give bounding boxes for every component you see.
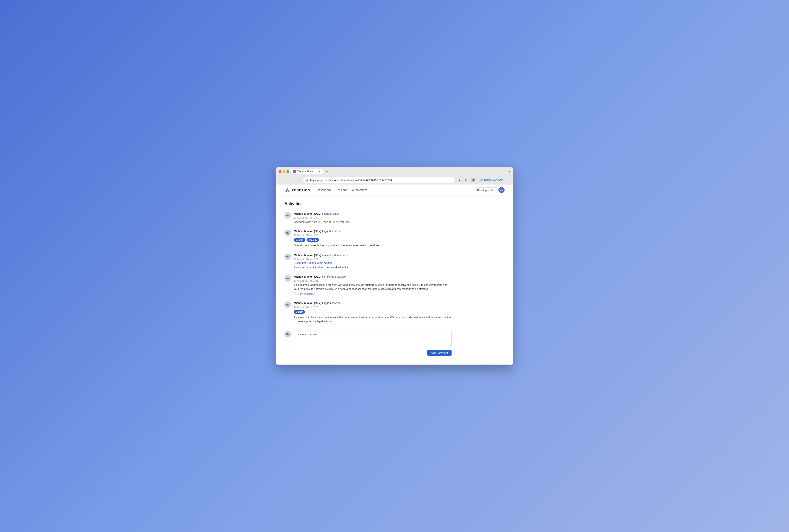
activity-time: 13 August 2024 at 19:29: [294, 258, 452, 261]
tag-tonality: Tonality: [307, 238, 319, 242]
page-content: ZENETICS Dashboard Sessions Applications…: [276, 185, 513, 364]
activity-item: MM Michael Muckel (DEV) flagged session …: [284, 229, 452, 247]
url-input[interactable]: [310, 178, 452, 182]
activity-item: MM Michael Muckel (DEV) flagged session …: [284, 301, 452, 323]
state-in-progress-label: In Progress: [336, 221, 350, 224]
active-tab[interactable]: Zenetics Portal ✕: [291, 169, 323, 174]
activity-item: MM Michael Muckel (DEV) changed state 13…: [284, 212, 452, 224]
info-icon-button[interactable]: ℹ: [456, 177, 462, 183]
add-comment-button[interactable]: Add Comment: [427, 350, 452, 356]
browser-window: Zenetics Portal ✕ + ▾ ← → ↺ ℹ ⧉ M: [276, 167, 513, 365]
nav-right: Development ▾ MM: [475, 187, 505, 193]
nav-link-sessions[interactable]: Sessions: [336, 188, 347, 192]
activity-header: Michael Muckel (DEV) marked text in sess…: [294, 253, 452, 257]
activity-header: Michael Muckel (DEV) changed state: [294, 212, 452, 215]
user-avatar-nav[interactable]: MM: [499, 187, 505, 193]
activity-action: completed evaluation: [322, 275, 347, 278]
view-evaluation-link[interactable]: 📄 View evaluation: [294, 292, 452, 295]
comment-textarea[interactable]: [294, 330, 452, 347]
activity-author: Michael Muckel (DEV): [294, 301, 321, 304]
activity-marked-text: [Customer Support Team Name]: [294, 261, 452, 264]
activity-header: Michael Muckel (DEV) completed evaluatio…: [294, 275, 452, 279]
state-open-dot: [318, 221, 320, 223]
activity-action: flagged session: [322, 301, 340, 304]
activity-body: Michael Muckel (DEV) marked text in sess…: [294, 253, 452, 269]
activity-body: Michael Muckel (DEV) completed evaluatio…: [294, 275, 452, 295]
app-nav: ZENETICS Dashboard Sessions Applications…: [276, 185, 513, 196]
window-controls-right: ▾: [509, 170, 510, 173]
activity-item: MM Michael Muckel (DEV) completed evalua…: [284, 275, 452, 295]
activity-time: 13 August 2024 at 19:31: [294, 280, 452, 282]
env-selector-label: Development: [477, 189, 493, 192]
activity-action: changed state: [322, 212, 339, 215]
back-button[interactable]: ←: [281, 177, 287, 183]
chrome-update-label: New Chrome available: [478, 178, 503, 182]
extensions-button[interactable]: ⧉: [463, 177, 469, 183]
avatar: MM: [284, 301, 291, 308]
chevron-down-icon[interactable]: ▾: [509, 170, 510, 173]
nav-link-dashboard[interactable]: Dashboard: [317, 188, 331, 192]
comment-section: MM Add Comment: [284, 330, 452, 356]
activities-list: MM Michael Muckel (DEV) changed state 13…: [284, 212, 452, 356]
env-selector-chevron: ▾: [493, 189, 494, 191]
comment-body: Add Comment: [294, 330, 452, 356]
activity-body: Michael Muckel (DEV) changed state 13 Au…: [294, 212, 452, 224]
page-title: Activities: [284, 202, 452, 206]
activity-action: flagged session: [322, 230, 340, 233]
activity-body: Michael Muckel (DEV) flagged session 14 …: [294, 301, 452, 323]
brand-logo-svg: [284, 187, 290, 193]
activity-author: Michael Muckel (DEV): [294, 253, 321, 256]
avatar: MM: [284, 253, 291, 260]
state-change-from-label: Changed state from: [294, 221, 317, 224]
main-content: Activities MM Michael Muckel (DEV) chang…: [276, 196, 460, 364]
minimize-traffic-light[interactable]: [283, 170, 285, 173]
activity-text: Overall, the answer is too long and also…: [294, 243, 452, 247]
state-change: Changed state from Open to In Progress: [294, 221, 452, 224]
comment-avatar: MM: [284, 331, 291, 338]
add-comment-container: Add Comment: [294, 350, 452, 356]
nav-links: Dashboard Sessions Applications: [317, 188, 368, 192]
browser-titlebar: Zenetics Portal ✕ + ▾: [279, 169, 510, 174]
chrome-update-icon: ⋮: [504, 178, 507, 182]
activity-author: Michael Muckel (DEV): [294, 212, 321, 215]
state-in-progress-dot: [333, 221, 335, 223]
lock-icon: [306, 178, 308, 182]
activity-author: Michael Muckel (DEV): [294, 230, 321, 233]
forward-button[interactable]: →: [288, 177, 294, 183]
user-profile-button[interactable]: MM: [470, 177, 476, 183]
browser-toolbar: ← → ↺ ℹ ⧉ MM New Chrome available ⋮: [279, 176, 510, 185]
activity-action: marked text in session: [322, 253, 349, 256]
env-selector[interactable]: Development ▾: [475, 187, 497, 193]
close-traffic-light[interactable]: [279, 170, 281, 173]
browser-chrome: Zenetics Portal ✕ + ▾ ← → ↺ ℹ ⧉ M: [276, 167, 513, 185]
tags: Clarity: [294, 310, 452, 314]
tab-bar: Zenetics Portal ✕ +: [291, 169, 507, 174]
maximize-traffic-light[interactable]: [286, 170, 289, 173]
view-evaluation-label: View evaluation: [298, 292, 315, 295]
view-evaluation-icon: 📄: [294, 292, 297, 295]
tag-length: Length: [294, 238, 305, 242]
activity-header: Michael Muckel (DEV) flagged session: [294, 229, 452, 233]
avatar: MM: [284, 230, 291, 236]
activity-header: Michael Muckel (DEV) flagged session: [294, 301, 452, 305]
activity-body: Michael Muckel (DEV) flagged session 13 …: [294, 229, 452, 247]
brand-name: ZENETICS: [292, 188, 310, 192]
new-tab-button[interactable]: +: [324, 169, 330, 174]
brand-logo-link[interactable]: ZENETICS: [284, 187, 310, 193]
activity-time: 13 August 2024 at 19:28: [294, 234, 452, 236]
svg-marker-1: [287, 188, 289, 192]
chrome-update-button[interactable]: New Chrome available ⋮: [477, 178, 508, 183]
nav-link-applications[interactable]: Applications: [352, 188, 368, 192]
refresh-button[interactable]: ↺: [296, 177, 302, 183]
state-to-label: to: [329, 221, 332, 224]
tab-favicon: [293, 170, 296, 173]
activity-text: This seems to be a hallucination since t…: [294, 315, 452, 323]
tab-close-button[interactable]: ✕: [318, 170, 321, 173]
activity-author: Michael Muckel (DEV): [294, 275, 321, 278]
toolbar-actions: ℹ ⧉ MM New Chrome available ⋮: [456, 177, 508, 183]
activity-text: This shall be replaced with our standard…: [294, 265, 452, 269]
avatar: MM: [284, 212, 291, 219]
avatar: MM: [284, 275, 291, 282]
activity-time: 14 August 2024 at 13:20: [294, 306, 452, 308]
address-bar[interactable]: [303, 177, 455, 183]
